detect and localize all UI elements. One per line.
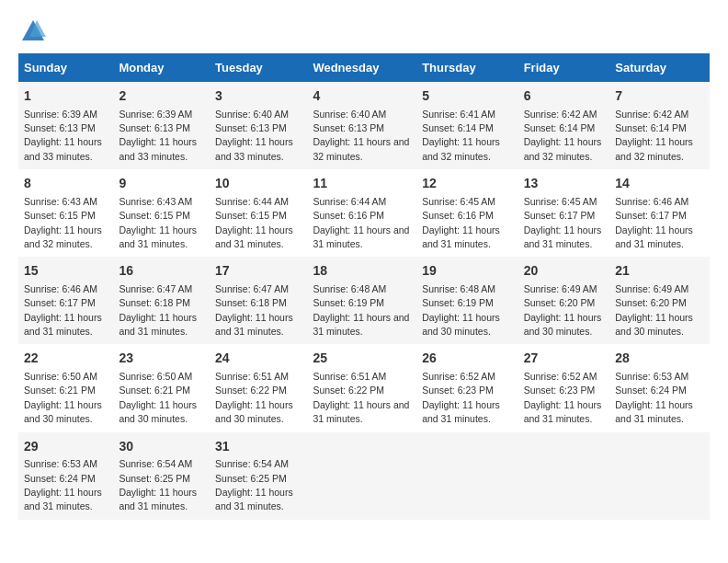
day-number: 25 — [313, 350, 411, 368]
calendar-day-cell: 18 Sunrise: 6:48 AMSunset: 6:19 PMDaylig… — [307, 257, 416, 344]
calendar-day-cell: 22 Sunrise: 6:50 AMSunset: 6:21 PMDaylig… — [18, 344, 113, 431]
day-number: 28 — [615, 350, 704, 368]
calendar-day-cell: 4 Sunrise: 6:40 AMSunset: 6:13 PMDayligh… — [307, 82, 416, 169]
calendar-day-cell: 31 Sunrise: 6:54 AMSunset: 6:25 PMDaylig… — [210, 432, 307, 520]
day-info: Sunrise: 6:43 AMSunset: 6:15 PMDaylight:… — [119, 196, 197, 249]
calendar-day-cell: 2 Sunrise: 6:39 AMSunset: 6:13 PMDayligh… — [113, 82, 210, 169]
day-header: Thursday — [416, 53, 518, 82]
day-header: Sunday — [18, 53, 113, 82]
day-number: 8 — [24, 175, 108, 193]
day-info: Sunrise: 6:48 AMSunset: 6:19 PMDaylight:… — [313, 283, 409, 337]
day-number: 9 — [119, 175, 204, 193]
day-info: Sunrise: 6:47 AMSunset: 6:18 PMDaylight:… — [119, 283, 197, 337]
day-info: Sunrise: 6:50 AMSunset: 6:21 PMDaylight:… — [24, 371, 102, 424]
calendar-day-cell: 3 Sunrise: 6:40 AMSunset: 6:13 PMDayligh… — [210, 82, 307, 169]
day-number: 26 — [422, 350, 512, 368]
calendar-day-cell — [416, 432, 518, 520]
day-number: 14 — [615, 175, 704, 193]
day-info: Sunrise: 6:50 AMSunset: 6:21 PMDaylight:… — [119, 371, 197, 424]
calendar-week-row: 8 Sunrise: 6:43 AMSunset: 6:15 PMDayligh… — [18, 169, 710, 257]
day-info: Sunrise: 6:42 AMSunset: 6:14 PMDaylight:… — [524, 109, 602, 162]
calendar-day-cell: 15 Sunrise: 6:46 AMSunset: 6:17 PMDaylig… — [18, 257, 113, 344]
calendar-day-cell: 26 Sunrise: 6:52 AMSunset: 6:23 PMDaylig… — [416, 344, 518, 431]
day-number: 1 — [24, 87, 108, 106]
day-number: 12 — [422, 175, 512, 193]
calendar-day-cell: 21 Sunrise: 6:49 AMSunset: 6:20 PMDaylig… — [609, 257, 710, 344]
day-header: Wednesday — [307, 53, 416, 82]
calendar-week-row: 29 Sunrise: 6:53 AMSunset: 6:24 PMDaylig… — [18, 432, 710, 520]
day-info: Sunrise: 6:48 AMSunset: 6:19 PMDaylight:… — [422, 283, 500, 337]
day-number: 15 — [24, 262, 108, 281]
day-number: 18 — [313, 262, 411, 281]
day-number: 13 — [524, 175, 605, 193]
calendar-day-cell: 19 Sunrise: 6:48 AMSunset: 6:19 PMDaylig… — [416, 257, 518, 344]
calendar-day-cell: 5 Sunrise: 6:41 AMSunset: 6:14 PMDayligh… — [416, 82, 518, 169]
day-info: Sunrise: 6:53 AMSunset: 6:24 PMDaylight:… — [24, 458, 102, 511]
day-number: 19 — [422, 262, 512, 281]
day-number: 21 — [615, 262, 704, 281]
day-info: Sunrise: 6:51 AMSunset: 6:22 PMDaylight:… — [313, 371, 409, 424]
day-number: 2 — [119, 87, 204, 106]
day-number: 10 — [215, 175, 301, 193]
day-number: 11 — [313, 175, 411, 193]
calendar-day-cell: 9 Sunrise: 6:43 AMSunset: 6:15 PMDayligh… — [113, 169, 210, 257]
day-number: 5 — [422, 87, 512, 106]
day-info: Sunrise: 6:54 AMSunset: 6:25 PMDaylight:… — [119, 458, 197, 511]
calendar-day-cell — [307, 432, 416, 520]
day-number: 24 — [215, 350, 301, 368]
day-info: Sunrise: 6:45 AMSunset: 6:17 PMDaylight:… — [524, 196, 602, 249]
calendar-day-cell: 8 Sunrise: 6:43 AMSunset: 6:15 PMDayligh… — [18, 169, 113, 257]
day-info: Sunrise: 6:44 AMSunset: 6:16 PMDaylight:… — [313, 196, 409, 249]
logo-icon — [20, 18, 46, 44]
calendar-day-cell: 20 Sunrise: 6:49 AMSunset: 6:20 PMDaylig… — [518, 257, 610, 344]
calendar-week-row: 1 Sunrise: 6:39 AMSunset: 6:13 PMDayligh… — [18, 82, 710, 169]
day-info: Sunrise: 6:46 AMSunset: 6:17 PMDaylight:… — [24, 283, 102, 337]
calendar-day-cell: 11 Sunrise: 6:44 AMSunset: 6:16 PMDaylig… — [307, 169, 416, 257]
day-info: Sunrise: 6:40 AMSunset: 6:13 PMDaylight:… — [313, 109, 409, 162]
calendar-day-cell: 10 Sunrise: 6:44 AMSunset: 6:15 PMDaylig… — [210, 169, 307, 257]
day-number: 29 — [24, 438, 108, 456]
calendar-day-cell: 16 Sunrise: 6:47 AMSunset: 6:18 PMDaylig… — [113, 257, 210, 344]
day-info: Sunrise: 6:41 AMSunset: 6:14 PMDaylight:… — [422, 109, 500, 162]
calendar-day-cell: 23 Sunrise: 6:50 AMSunset: 6:21 PMDaylig… — [113, 344, 210, 431]
page-header — [18, 18, 710, 44]
day-info: Sunrise: 6:46 AMSunset: 6:17 PMDaylight:… — [615, 196, 693, 249]
day-info: Sunrise: 6:52 AMSunset: 6:23 PMDaylight:… — [422, 371, 500, 424]
logo — [18, 18, 46, 44]
day-info: Sunrise: 6:45 AMSunset: 6:16 PMDaylight:… — [422, 196, 500, 249]
calendar-day-cell — [518, 432, 610, 520]
calendar-day-cell: 29 Sunrise: 6:53 AMSunset: 6:24 PMDaylig… — [18, 432, 113, 520]
day-info: Sunrise: 6:53 AMSunset: 6:24 PMDaylight:… — [615, 371, 693, 424]
day-info: Sunrise: 6:49 AMSunset: 6:20 PMDaylight:… — [524, 283, 602, 337]
day-number: 3 — [215, 87, 301, 106]
calendar-day-cell: 30 Sunrise: 6:54 AMSunset: 6:25 PMDaylig… — [113, 432, 210, 520]
calendar-week-row: 15 Sunrise: 6:46 AMSunset: 6:17 PMDaylig… — [18, 257, 710, 344]
day-number: 20 — [524, 262, 605, 281]
day-header: Monday — [113, 53, 210, 82]
day-number: 6 — [524, 87, 605, 106]
calendar-day-cell: 1 Sunrise: 6:39 AMSunset: 6:13 PMDayligh… — [18, 82, 113, 169]
day-info: Sunrise: 6:54 AMSunset: 6:25 PMDaylight:… — [215, 458, 293, 511]
calendar-day-cell: 13 Sunrise: 6:45 AMSunset: 6:17 PMDaylig… — [518, 169, 610, 257]
day-info: Sunrise: 6:49 AMSunset: 6:20 PMDaylight:… — [615, 283, 693, 337]
calendar-day-cell: 24 Sunrise: 6:51 AMSunset: 6:22 PMDaylig… — [210, 344, 307, 431]
day-info: Sunrise: 6:43 AMSunset: 6:15 PMDaylight:… — [24, 196, 102, 249]
day-number: 16 — [119, 262, 204, 281]
day-info: Sunrise: 6:40 AMSunset: 6:13 PMDaylight:… — [215, 109, 293, 162]
calendar-day-cell: 6 Sunrise: 6:42 AMSunset: 6:14 PMDayligh… — [518, 82, 610, 169]
day-header: Saturday — [609, 53, 710, 82]
day-info: Sunrise: 6:39 AMSunset: 6:13 PMDaylight:… — [24, 109, 102, 162]
calendar-day-cell: 7 Sunrise: 6:42 AMSunset: 6:14 PMDayligh… — [609, 82, 710, 169]
calendar-day-cell: 17 Sunrise: 6:47 AMSunset: 6:18 PMDaylig… — [210, 257, 307, 344]
calendar-day-cell: 14 Sunrise: 6:46 AMSunset: 6:17 PMDaylig… — [609, 169, 710, 257]
calendar-header-row: SundayMondayTuesdayWednesdayThursdayFrid… — [18, 53, 710, 82]
day-header: Friday — [518, 53, 610, 82]
day-info: Sunrise: 6:44 AMSunset: 6:15 PMDaylight:… — [215, 196, 293, 249]
calendar-week-row: 22 Sunrise: 6:50 AMSunset: 6:21 PMDaylig… — [18, 344, 710, 431]
day-number: 30 — [119, 438, 204, 456]
day-number: 7 — [615, 87, 704, 106]
day-header: Tuesday — [210, 53, 307, 82]
day-info: Sunrise: 6:52 AMSunset: 6:23 PMDaylight:… — [524, 371, 602, 424]
day-info: Sunrise: 6:42 AMSunset: 6:14 PMDaylight:… — [615, 109, 693, 162]
calendar-day-cell: 25 Sunrise: 6:51 AMSunset: 6:22 PMDaylig… — [307, 344, 416, 431]
